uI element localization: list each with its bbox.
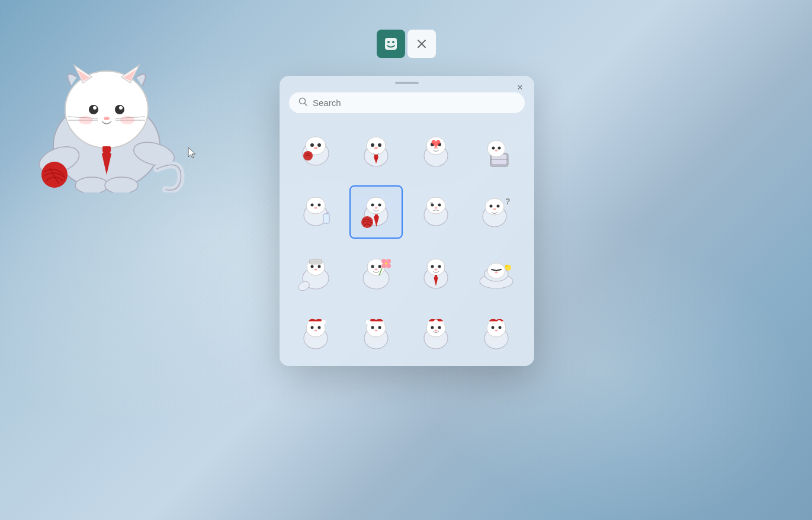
- svg-point-94: [378, 265, 381, 268]
- svg-point-106: [435, 268, 438, 270]
- sticker-cat-santa2[interactable]: [349, 306, 403, 359]
- sticker-cat-tie[interactable]: [409, 246, 463, 299]
- svg-point-40: [378, 143, 381, 147]
- sticker-icon: [383, 36, 399, 52]
- svg-point-74: [435, 207, 438, 208]
- svg-point-144: [497, 320, 501, 325]
- svg-point-121: [314, 330, 317, 332]
- sticker-cat-lazy[interactable]: [470, 246, 523, 299]
- svg-point-133: [431, 326, 434, 329]
- svg-point-95: [374, 268, 377, 270]
- svg-point-120: [318, 326, 321, 329]
- taskbar-sticker-app[interactable]: [377, 30, 405, 58]
- svg-point-36: [303, 151, 313, 161]
- svg-point-35: [314, 147, 317, 149]
- sticker-cat-confused[interactable]: [409, 185, 463, 239]
- svg-point-119: [311, 326, 314, 329]
- taskbar: [377, 30, 436, 58]
- svg-point-52: [492, 147, 495, 150]
- sticker-cat-yarn2[interactable]: [349, 185, 403, 239]
- svg-point-34: [317, 143, 321, 147]
- popup-close-button[interactable]: ×: [513, 81, 527, 95]
- search-bar: [289, 92, 525, 113]
- cat-mascot: [24, 50, 190, 192]
- sticker-cat-business[interactable]: [349, 125, 403, 178]
- svg-point-39: [371, 143, 374, 147]
- svg-point-22: [75, 177, 108, 192]
- svg-point-38: [367, 137, 386, 155]
- taskbar-close-button[interactable]: [407, 30, 436, 58]
- sticker-cat-santa1[interactable]: [289, 306, 342, 359]
- svg-point-141: [498, 326, 501, 329]
- svg-point-86: [318, 265, 321, 268]
- svg-point-114: [495, 271, 498, 273]
- svg-point-142: [495, 330, 498, 332]
- svg-point-15: [79, 116, 93, 124]
- svg-point-16: [120, 116, 134, 124]
- svg-rect-18: [102, 146, 111, 152]
- mouse-cursor: [187, 147, 198, 159]
- svg-point-85: [311, 265, 314, 268]
- svg-point-128: [374, 330, 377, 332]
- sticker-cat-santa3[interactable]: [409, 306, 463, 359]
- drag-handle[interactable]: [280, 76, 534, 88]
- stickers-grid: ?: [280, 120, 534, 366]
- search-icon: [299, 97, 308, 108]
- svg-point-126: [371, 326, 374, 329]
- svg-point-134: [438, 326, 441, 329]
- svg-point-67: [361, 216, 373, 228]
- svg-point-58: [311, 203, 314, 206]
- svg-point-33: [310, 143, 314, 147]
- svg-point-80: [496, 204, 499, 207]
- svg-point-135: [435, 330, 438, 332]
- svg-point-51: [487, 140, 505, 157]
- svg-point-10: [104, 117, 110, 120]
- sticker-picker-popup: ×: [280, 76, 534, 366]
- svg-point-93: [371, 265, 374, 268]
- drag-bar: [395, 82, 419, 84]
- sticker-cat-baseball[interactable]: [289, 246, 342, 299]
- svg-point-78: [485, 198, 504, 215]
- svg-point-73: [438, 203, 441, 206]
- svg-point-100: [386, 264, 391, 268]
- svg-point-140: [491, 326, 494, 329]
- svg-point-26: [392, 41, 394, 43]
- svg-point-54: [495, 150, 498, 152]
- svg-point-98: [386, 259, 391, 264]
- svg-point-41: [374, 147, 378, 149]
- sticker-cat-santa4[interactable]: [470, 306, 523, 359]
- svg-point-71: [426, 197, 445, 214]
- sticker-cat-yarn[interactable]: [289, 125, 342, 178]
- svg-point-97: [381, 259, 386, 264]
- sticker-cat-flower[interactable]: [349, 246, 403, 299]
- svg-text:?: ?: [505, 197, 511, 206]
- svg-point-23: [105, 177, 138, 192]
- svg-rect-61: [323, 214, 329, 223]
- svg-point-79: [489, 204, 492, 207]
- svg-point-9: [119, 106, 123, 110]
- svg-point-25: [387, 41, 390, 43]
- svg-point-81: [493, 208, 496, 210]
- svg-point-57: [306, 197, 325, 214]
- svg-line-30: [305, 104, 307, 106]
- sticker-cat-heart[interactable]: [409, 125, 463, 178]
- svg-point-66: [374, 207, 377, 208]
- svg-point-116: [505, 265, 508, 267]
- svg-point-6: [89, 105, 98, 114]
- svg-point-8: [93, 106, 97, 110]
- search-input[interactable]: [313, 98, 515, 108]
- svg-point-105: [438, 265, 441, 268]
- svg-point-65: [378, 203, 381, 206]
- svg-point-59: [318, 203, 321, 206]
- svg-rect-24: [385, 38, 397, 50]
- svg-point-1: [65, 71, 148, 148]
- svg-point-7: [115, 105, 124, 114]
- sticker-cat-office[interactable]: [470, 125, 523, 178]
- sticker-cat-question[interactable]: ?: [470, 185, 523, 239]
- svg-point-60: [314, 207, 317, 208]
- svg-point-104: [431, 265, 434, 268]
- sticker-cat-drink[interactable]: [289, 185, 342, 239]
- svg-point-127: [378, 326, 381, 329]
- svg-point-99: [381, 264, 386, 268]
- svg-point-64: [371, 203, 374, 206]
